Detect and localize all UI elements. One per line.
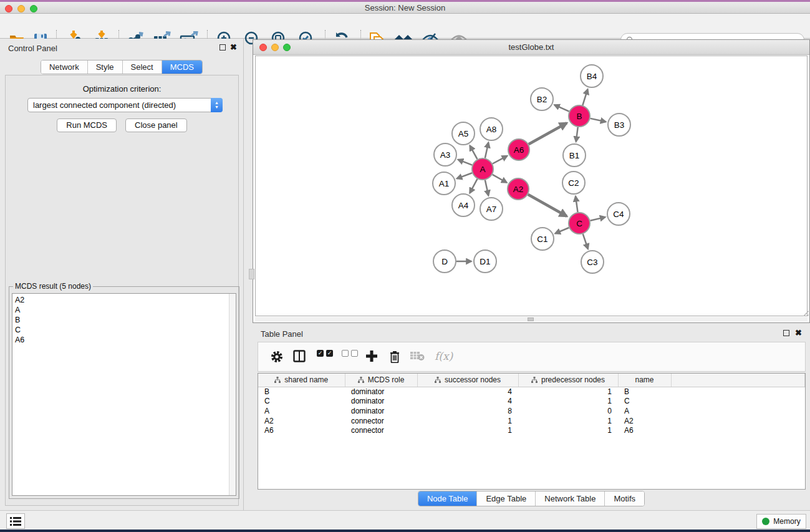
table-row[interactable]: Cdominator41C bbox=[258, 397, 805, 407]
deselect-all-button[interactable] bbox=[342, 350, 358, 357]
node-A2[interactable]: A2 bbox=[508, 178, 529, 200]
tab-style[interactable]: Style bbox=[88, 60, 123, 74]
edge-B-B4[interactable] bbox=[582, 89, 587, 105]
network-canvas[interactable]: B4B2BB3A8A5A6A3B1AA1C2A2A4A7C4CC1DD1C3 bbox=[255, 56, 808, 316]
edge-A-A1[interactable] bbox=[457, 173, 472, 178]
cell-name[interactable]: B bbox=[618, 387, 671, 397]
cell-successor[interactable]: 8 bbox=[417, 406, 518, 416]
node-A6[interactable]: A6 bbox=[508, 139, 529, 160]
cell-mcds_role[interactable]: dominator bbox=[345, 397, 417, 407]
function-builder-button[interactable]: f(x) bbox=[435, 350, 453, 362]
cell-predecessor[interactable]: 0 bbox=[518, 406, 618, 416]
tab-motifs[interactable]: Motifs bbox=[605, 491, 644, 506]
mcds-result-list[interactable]: A2ABCA6 bbox=[12, 293, 236, 496]
edge-A-A3[interactable] bbox=[458, 160, 473, 165]
tab-network-table[interactable]: Network Table bbox=[536, 491, 605, 506]
node-C2[interactable]: C2 bbox=[562, 172, 585, 194]
edge-A-A4[interactable] bbox=[470, 179, 477, 193]
node-B4[interactable]: B4 bbox=[581, 65, 603, 87]
mcds-result-item[interactable]: B bbox=[12, 315, 236, 325]
cell-name[interactable]: C bbox=[618, 397, 671, 407]
mcds-result-item[interactable]: A bbox=[12, 305, 236, 315]
run-mcds-button[interactable]: Run MCDS bbox=[57, 118, 117, 132]
network-vscroll-thumb[interactable] bbox=[249, 269, 254, 279]
table-settings-button[interactable] bbox=[270, 350, 284, 364]
cell-shared_name[interactable]: B bbox=[258, 387, 345, 397]
optimization-criterion-dropdown[interactable]: largest connected component (directed) ▲… bbox=[27, 98, 223, 112]
col-mcds-role[interactable]: MCDS role bbox=[345, 374, 417, 387]
cell-predecessor[interactable]: 1 bbox=[518, 387, 618, 397]
cell-name[interactable]: A bbox=[618, 406, 671, 416]
table-close-icon[interactable]: ✖ bbox=[795, 328, 802, 337]
cell-predecessor[interactable]: 1 bbox=[518, 425, 618, 435]
node-A8[interactable]: A8 bbox=[480, 118, 503, 140]
col-name[interactable]: name bbox=[618, 374, 671, 387]
edge-A-A5[interactable] bbox=[470, 145, 478, 159]
table-row[interactable]: A2connector11A2 bbox=[258, 416, 805, 426]
cell-successor[interactable]: 1 bbox=[417, 425, 518, 435]
tab-select[interactable]: Select bbox=[123, 60, 162, 74]
cell-successor[interactable]: 1 bbox=[417, 416, 518, 426]
mcds-result-item[interactable]: A2 bbox=[12, 295, 236, 305]
cell-name[interactable]: A6 bbox=[618, 425, 671, 435]
node-D1[interactable]: D1 bbox=[474, 250, 496, 273]
edge-A-A6[interactable] bbox=[493, 156, 508, 164]
cell-shared_name[interactable]: A6 bbox=[258, 425, 345, 435]
tab-mcds[interactable]: MCDS bbox=[162, 60, 202, 74]
delete-column-button[interactable] bbox=[389, 350, 400, 363]
node-A4[interactable]: A4 bbox=[452, 194, 475, 216]
node-A3[interactable]: A3 bbox=[434, 143, 456, 166]
cell-mcds_role[interactable]: dominator bbox=[345, 387, 417, 397]
node-B3[interactable]: B3 bbox=[608, 114, 630, 136]
node-B1[interactable]: B1 bbox=[563, 144, 586, 167]
edge-C-C4[interactable] bbox=[591, 217, 605, 221]
show-columns-button[interactable] bbox=[293, 350, 306, 362]
node-table[interactable]: shared name MCDS role successor nodes pr… bbox=[258, 373, 806, 490]
memory-button[interactable]: Memory bbox=[756, 514, 806, 529]
network-graph[interactable]: B4B2BB3A8A5A6A3B1AA1C2A2A4A7C4CC1DD1C3 bbox=[256, 56, 808, 316]
edge-B-B2[interactable] bbox=[554, 105, 569, 112]
cell-shared_name[interactable]: C bbox=[258, 397, 345, 407]
table-float-button[interactable] bbox=[783, 330, 789, 336]
close-panel-icon[interactable]: ✖ bbox=[230, 42, 237, 52]
node-A1[interactable]: A1 bbox=[433, 172, 455, 195]
edge-C-C1[interactable] bbox=[555, 228, 569, 233]
node-D[interactable]: D bbox=[433, 250, 456, 273]
select-all-button[interactable]: ✓✓ bbox=[317, 350, 333, 357]
edge-A-A2[interactable] bbox=[493, 175, 507, 183]
close-panel-button[interactable]: Close panel bbox=[125, 118, 187, 132]
cell-shared_name[interactable]: A bbox=[258, 406, 345, 416]
cell-successor[interactable]: 4 bbox=[417, 387, 518, 397]
node-A5[interactable]: A5 bbox=[452, 122, 475, 145]
col-shared-name[interactable]: shared name bbox=[258, 374, 345, 387]
delete-table-button[interactable] bbox=[410, 350, 425, 361]
node-C[interactable]: C bbox=[569, 213, 590, 234]
node-C1[interactable]: C1 bbox=[531, 228, 554, 250]
network-hscrollbar[interactable] bbox=[255, 317, 808, 322]
cell-mcds_role[interactable]: dominator bbox=[345, 406, 417, 416]
edge-A-A8[interactable] bbox=[485, 142, 488, 158]
mcds-result-item[interactable]: C bbox=[12, 325, 236, 335]
tab-node-table[interactable]: Node Table bbox=[418, 491, 478, 506]
node-A[interactable]: A bbox=[472, 158, 493, 180]
table-row[interactable]: A6connector11A6 bbox=[258, 425, 805, 435]
node-C4[interactable]: C4 bbox=[607, 203, 630, 225]
edge-C-C3[interactable] bbox=[583, 234, 588, 249]
cell-predecessor[interactable]: 1 bbox=[518, 397, 618, 407]
add-column-button[interactable] bbox=[365, 350, 378, 362]
node-B[interactable]: B bbox=[569, 105, 590, 127]
edge-A6-B[interactable] bbox=[529, 123, 567, 144]
task-history-button[interactable] bbox=[6, 513, 25, 529]
result-scrollbar[interactable] bbox=[229, 294, 236, 495]
cell-mcds_role[interactable]: connector bbox=[345, 416, 417, 426]
cell-name[interactable]: A2 bbox=[618, 416, 671, 426]
edge-A2-C[interactable] bbox=[528, 195, 567, 216]
tab-network[interactable]: Network bbox=[41, 60, 88, 74]
node-C3[interactable]: C3 bbox=[581, 251, 604, 273]
cell-mcds_role[interactable]: connector bbox=[345, 425, 417, 435]
hscroll-thumb[interactable] bbox=[528, 317, 534, 321]
node-B2[interactable]: B2 bbox=[531, 88, 553, 110]
network-window-titlebar[interactable]: testGlobe.txt bbox=[253, 40, 809, 55]
cell-shared_name[interactable]: A2 bbox=[258, 416, 345, 426]
float-panel-button[interactable] bbox=[219, 44, 226, 51]
